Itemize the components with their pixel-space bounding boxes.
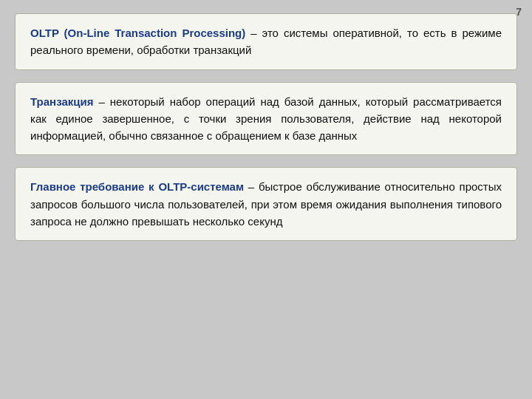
card-transaction: Транзакция – некоторый набор операций на…	[15, 82, 517, 156]
card-requirement-bold: Главное требование к OLTP-системам	[30, 180, 244, 193]
card-transaction-bold: Транзакция	[30, 95, 93, 108]
slide-number: 7	[516, 6, 522, 18]
card-oltp-text: OLTP (On-Line Transaction Processing) – …	[30, 24, 502, 59]
card-transaction-text: Транзакция – некоторый набор операций на…	[30, 93, 502, 145]
card-transaction-rest: – некоторый набор операций над базой дан…	[30, 95, 502, 143]
card-oltp: OLTP (On-Line Transaction Processing) – …	[15, 13, 517, 70]
card-requirement-text: Главное требование к OLTP-системам – быс…	[30, 178, 502, 230]
card-requirement: Главное требование к OLTP-системам – быс…	[15, 167, 517, 241]
card-oltp-bold: OLTP (On-Line Transaction Processing)	[30, 27, 245, 39]
